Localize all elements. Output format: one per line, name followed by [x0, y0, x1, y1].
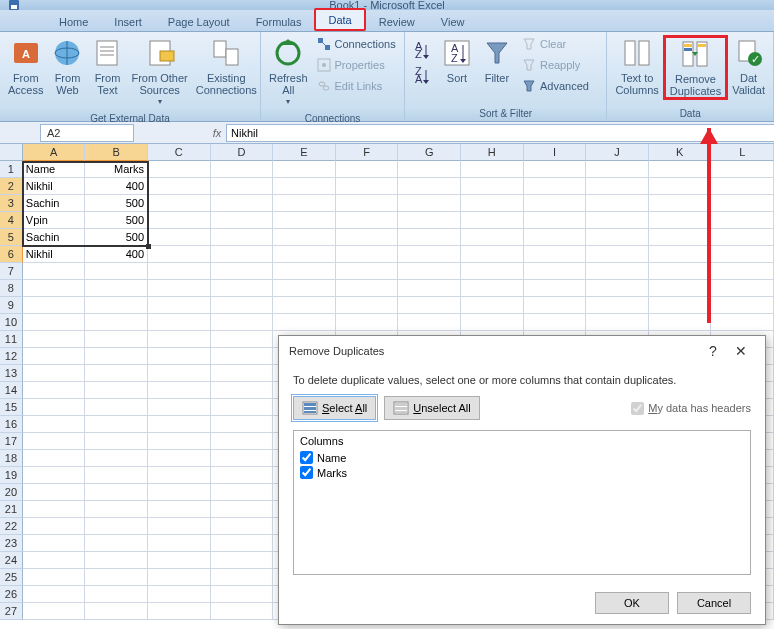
cell[interactable] [23, 484, 86, 501]
cell[interactable] [524, 297, 587, 314]
row-header[interactable]: 21 [0, 501, 23, 518]
cell[interactable] [148, 416, 211, 433]
cell[interactable] [586, 178, 649, 195]
cell[interactable] [211, 263, 274, 280]
fx-icon[interactable]: fx [208, 124, 226, 142]
cell[interactable] [211, 161, 274, 178]
row-header[interactable]: 9 [0, 297, 23, 314]
tab-formulas[interactable]: Formulas [243, 11, 315, 31]
cell[interactable] [85, 348, 148, 365]
cell[interactable] [211, 535, 274, 552]
cell[interactable] [148, 450, 211, 467]
cell[interactable] [23, 314, 86, 331]
sort-button[interactable]: AZSort [437, 35, 477, 86]
cell[interactable] [211, 399, 274, 416]
clear-button[interactable]: Clear [521, 35, 589, 53]
row-header[interactable]: 26 [0, 586, 23, 603]
cell[interactable] [273, 195, 336, 212]
cell[interactable]: 500 [85, 212, 148, 229]
cell[interactable] [711, 212, 774, 229]
cell[interactable] [85, 399, 148, 416]
advanced-button[interactable]: Advanced [521, 77, 589, 95]
cell[interactable] [148, 212, 211, 229]
cell[interactable] [23, 467, 86, 484]
remove-duplicates-button[interactable]: Remove Duplicates [663, 35, 728, 100]
properties-button[interactable]: Properties [316, 56, 396, 74]
cell[interactable] [524, 229, 587, 246]
cell[interactable] [336, 280, 399, 297]
sort-az-button[interactable]: AZ [413, 41, 433, 63]
cell[interactable] [211, 314, 274, 331]
cell[interactable]: 400 [85, 178, 148, 195]
cell[interactable] [524, 246, 587, 263]
row-header[interactable]: 13 [0, 365, 23, 382]
cell[interactable] [586, 229, 649, 246]
cell[interactable] [273, 246, 336, 263]
column-checkbox-marks[interactable]: Marks [300, 465, 744, 480]
cell[interactable] [398, 280, 461, 297]
existing-connections-button[interactable]: Existing Connections [192, 35, 261, 98]
cell[interactable] [524, 280, 587, 297]
cell[interactable] [23, 603, 86, 620]
cell[interactable] [85, 433, 148, 450]
cell[interactable] [148, 518, 211, 535]
cell[interactable] [649, 161, 712, 178]
cell[interactable] [211, 195, 274, 212]
cell[interactable] [461, 280, 524, 297]
cell[interactable] [586, 195, 649, 212]
row-header[interactable]: 1 [0, 161, 23, 178]
cell[interactable] [398, 263, 461, 280]
cell[interactable] [148, 314, 211, 331]
cell[interactable]: 400 [85, 246, 148, 263]
from-web-button[interactable]: From Web [47, 35, 87, 98]
cell[interactable] [85, 450, 148, 467]
cell[interactable] [148, 348, 211, 365]
col-header[interactable]: H [461, 144, 524, 161]
cell[interactable] [148, 263, 211, 280]
cell[interactable] [336, 246, 399, 263]
row-header[interactable]: 3 [0, 195, 23, 212]
cell[interactable] [85, 416, 148, 433]
cell[interactable]: Nikhil [23, 178, 86, 195]
cell[interactable] [273, 263, 336, 280]
cell[interactable] [461, 314, 524, 331]
column-checkbox-name[interactable]: Name [300, 450, 744, 465]
col-header[interactable]: B [85, 144, 148, 161]
col-header[interactable]: G [398, 144, 461, 161]
row-header[interactable]: 6 [0, 246, 23, 263]
row-header[interactable]: 20 [0, 484, 23, 501]
row-header[interactable]: 25 [0, 569, 23, 586]
cell[interactable] [23, 348, 86, 365]
tab-data[interactable]: Data [314, 8, 365, 31]
col-header[interactable]: L [711, 144, 774, 161]
row-header[interactable]: 27 [0, 603, 23, 620]
row-header[interactable]: 10 [0, 314, 23, 331]
data-validation-button[interactable]: ✓Dat Validat [728, 35, 769, 98]
cell[interactable] [524, 263, 587, 280]
cell[interactable] [211, 416, 274, 433]
cell[interactable] [148, 603, 211, 620]
cell[interactable] [211, 212, 274, 229]
row-header[interactable]: 15 [0, 399, 23, 416]
cell[interactable] [586, 280, 649, 297]
name-box[interactable]: A2 [40, 124, 134, 142]
cell[interactable] [211, 297, 274, 314]
from-other-sources-button[interactable]: From Other Sources▾ [127, 35, 191, 109]
cell[interactable] [85, 535, 148, 552]
cell[interactable] [649, 246, 712, 263]
cell[interactable] [711, 246, 774, 263]
cell[interactable] [148, 331, 211, 348]
cell[interactable] [211, 331, 274, 348]
cell[interactable] [649, 229, 712, 246]
cell[interactable] [398, 212, 461, 229]
row-header[interactable]: 24 [0, 552, 23, 569]
cell[interactable] [23, 501, 86, 518]
cell[interactable] [336, 212, 399, 229]
cell[interactable] [461, 195, 524, 212]
cell[interactable] [273, 280, 336, 297]
cell[interactable] [211, 484, 274, 501]
row-header[interactable]: 8 [0, 280, 23, 297]
cell[interactable] [211, 467, 274, 484]
cell[interactable] [148, 535, 211, 552]
cell[interactable] [211, 178, 274, 195]
